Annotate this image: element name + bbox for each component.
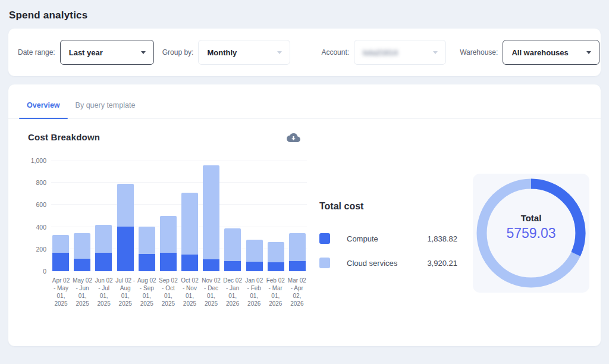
bar-12[interactable] <box>289 161 306 271</box>
bar-segment-compute[interactable] <box>139 254 155 271</box>
x-tick-label: Dec 02 - Jan 01, 2026 <box>223 277 243 307</box>
cloud-services-swatch <box>319 258 330 268</box>
y-tick-label: 800 <box>36 179 46 186</box>
legend-row-compute: Compute 1,838.82 <box>319 233 457 244</box>
bar-segment-compute[interactable] <box>181 255 198 271</box>
chevron-down-icon <box>277 51 282 54</box>
chart-title: Cost Breakdown <box>28 132 100 142</box>
bar-segment-compute[interactable] <box>74 259 90 271</box>
bar-5[interactable] <box>139 161 155 271</box>
x-tick-label: Apr 02 - May 01, 2025 <box>51 277 71 307</box>
filter-bar: Date range: Last year Group by: Monthly … <box>8 29 601 76</box>
bar-segment-compute[interactable] <box>203 259 219 271</box>
y-axis: 02004006008001,000 <box>23 161 51 271</box>
bar-segment-cloud-services[interactable] <box>160 216 177 253</box>
account-value-obscured: kda21614 <box>363 48 398 57</box>
bar-segment-compute[interactable] <box>160 253 177 271</box>
x-tick-label: May 02 - Jun 01, 2025 <box>73 277 92 307</box>
donut-total-value: 5759.03 <box>476 225 586 241</box>
x-tick-label: Sep 02 - Oct 01, 2025 <box>158 277 178 307</box>
tab-overview[interactable]: Overview <box>19 101 68 118</box>
filter-date-range: Date range: Last year <box>18 40 154 65</box>
filter-group-by: Group by: Monthly <box>162 40 291 65</box>
legend-value: 1,838.82 <box>427 234 457 243</box>
compute-swatch <box>319 233 330 244</box>
date-range-select[interactable]: Last year <box>60 40 154 65</box>
bar-segment-cloud-services[interactable] <box>268 242 284 262</box>
bar-1[interactable] <box>52 161 69 271</box>
bar-segment-cloud-services[interactable] <box>117 184 134 227</box>
bar-segment-cloud-services[interactable] <box>289 233 306 261</box>
x-tick-label: Feb 02 - Mar 01, 2026 <box>266 277 285 307</box>
y-tick-label: 0 <box>43 268 46 275</box>
bar-3[interactable] <box>95 161 112 271</box>
tab-by-query-template[interactable]: By query template <box>68 101 143 118</box>
bar-8[interactable] <box>203 161 219 271</box>
donut-card: Total 5759.03 <box>473 174 589 293</box>
bar-9[interactable] <box>224 161 241 271</box>
bar-segment-cloud-services[interactable] <box>95 225 112 253</box>
bar-segment-compute[interactable] <box>289 261 306 271</box>
y-tick-label: 400 <box>36 224 46 231</box>
chart-header: Cost Breakdown <box>28 132 300 142</box>
x-tick-label: Jul 02 - Aug 01, 2025 <box>115 277 135 307</box>
download-button[interactable] <box>287 132 300 142</box>
bar-2[interactable] <box>74 161 90 271</box>
bar-segment-compute[interactable] <box>224 261 241 271</box>
legend-row-cloud-services: Cloud services 3,920.21 <box>319 258 457 268</box>
filter-account: Account: kda21614 <box>321 40 446 65</box>
legend-value: 3,920.21 <box>427 259 457 268</box>
bar-segment-compute[interactable] <box>52 253 69 271</box>
x-tick-label: Mar 02 - Apr 02, 2026 <box>287 277 307 307</box>
filter-warehouse: Warehouse: All warehouses <box>460 40 599 65</box>
x-tick-label: Nov 02 - Dec 01, 2025 <box>202 277 221 307</box>
bar-11[interactable] <box>268 161 284 271</box>
y-tick-label: 600 <box>36 201 46 208</box>
chevron-down-icon <box>433 51 438 54</box>
date-range-value: Last year <box>69 48 103 57</box>
bar-segment-cloud-services[interactable] <box>246 240 263 262</box>
plot-area <box>51 161 307 271</box>
bar-segment-compute[interactable] <box>246 262 263 271</box>
donut-center: Total 5759.03 <box>476 213 586 241</box>
bar-10[interactable] <box>246 161 263 271</box>
chevron-down-icon <box>141 51 146 54</box>
total-donut-chart: Total 5759.03 <box>476 178 586 288</box>
x-tick-label: Jun 02 - Jul 01, 2025 <box>94 277 114 307</box>
bar-4[interactable] <box>117 161 134 271</box>
legend-label: Compute <box>347 234 427 243</box>
x-tick-label: Oct 02 - Nov 01, 2025 <box>180 277 199 307</box>
bar-segment-compute[interactable] <box>268 262 284 271</box>
page-title: Spend analytics <box>9 10 87 21</box>
tab-bar: Overview By query template <box>8 84 601 119</box>
analytics-card: Overview By query template Cost Breakdow… <box>8 84 601 346</box>
spend-analytics-page: Spend analytics Date range: Last year Gr… <box>0 0 609 364</box>
bar-segment-compute[interactable] <box>117 227 134 271</box>
group-by-value: Monthly <box>207 48 237 57</box>
warehouse-label: Warehouse: <box>460 48 498 57</box>
bar-segment-cloud-services[interactable] <box>181 193 198 254</box>
bar-segment-cloud-services[interactable] <box>74 233 90 258</box>
cost-breakdown-chart: 02004006008001,000 Apr 02 - May 01, 2025… <box>23 161 315 307</box>
warehouse-select[interactable]: All warehouses <box>503 40 599 65</box>
date-range-label: Date range: <box>18 48 55 57</box>
bar-segment-cloud-services[interactable] <box>203 165 219 259</box>
bar-segment-cloud-services[interactable] <box>52 235 69 253</box>
total-cost-panel: Total cost Compute 1,838.82 Cloud servic… <box>319 201 457 282</box>
y-tick-label: 1,000 <box>31 157 46 164</box>
account-select[interactable]: kda21614 <box>354 40 446 65</box>
bar-segment-compute[interactable] <box>95 253 112 271</box>
bar-segment-cloud-services[interactable] <box>139 227 155 255</box>
bar-segment-cloud-services[interactable] <box>224 228 241 261</box>
donut-total-label: Total <box>476 213 586 223</box>
y-tick-label: 200 <box>36 246 46 253</box>
group-by-select[interactable]: Monthly <box>198 40 290 65</box>
plot-row: 02004006008001,000 <box>23 161 315 271</box>
warehouse-value: All warehouses <box>511 48 568 57</box>
bar-7[interactable] <box>181 161 198 271</box>
group-by-label: Group by: <box>162 48 194 57</box>
bar-6[interactable] <box>160 161 177 271</box>
cloud-download-icon <box>287 132 300 142</box>
legend-label: Cloud services <box>347 259 427 268</box>
x-tick-label: Jan 02 - Feb 01, 2026 <box>244 277 264 307</box>
